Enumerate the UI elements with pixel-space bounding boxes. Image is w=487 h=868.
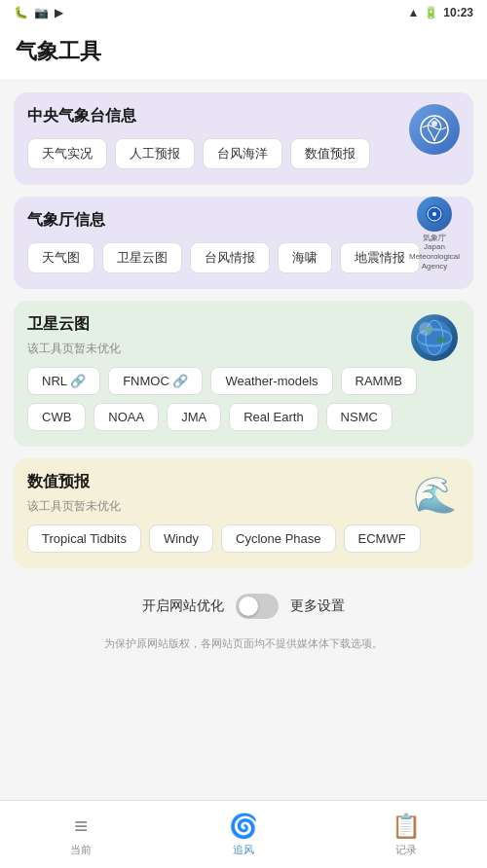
cma-tags: 天气实况 人工预报 台风海洋 数值预报 xyxy=(27,138,460,169)
tag-cyclone-phase[interactable]: Cyclone Phase xyxy=(221,524,335,553)
jma-badge-icon xyxy=(417,197,452,232)
tag-nrl[interactable]: NRL 🔗 xyxy=(27,367,100,395)
nav-record-icon: 📋 xyxy=(392,813,421,840)
jma-tags: 天气图 卫星云图 台风情报 海啸 地震情报 xyxy=(27,242,460,273)
globe-icon xyxy=(411,314,458,361)
cma-logo-container xyxy=(409,104,460,155)
more-settings-link[interactable]: 更多设置 xyxy=(290,597,345,615)
svg-point-9 xyxy=(436,337,446,343)
satellite-tags: NRL 🔗 FNMOC 🔗 Weather-models RAMMB CWB N… xyxy=(27,367,460,431)
tag-weixingyuntu[interactable]: 卫星云图 xyxy=(102,242,182,273)
numerical-tags: Tropical Tidbits Windy Cyclone Phase ECM… xyxy=(27,524,460,553)
nav-current[interactable]: ≡ 当前 xyxy=(0,807,163,863)
tag-tianqitu[interactable]: 天气图 xyxy=(27,242,94,273)
optimization-toggle[interactable] xyxy=(236,594,279,619)
nav-record-label: 记录 xyxy=(395,843,417,857)
time: 10:23 xyxy=(443,6,473,19)
notice-text: 为保护原网站版权，各网站页面均不提供媒体体下载选项。 xyxy=(14,636,473,657)
tag-noaa[interactable]: NOAA xyxy=(94,403,159,431)
app-header: 气象工具 xyxy=(0,25,487,81)
wave-icon: 🌊 xyxy=(409,470,460,521)
status-right-icons: ▲ 🔋 10:23 xyxy=(407,6,473,19)
section-numerical-title: 数值预报 xyxy=(27,472,460,492)
battery-icon: 🔋 xyxy=(424,6,438,19)
wave-icon-container: 🌊 xyxy=(409,470,460,521)
section-numerical: 数值预报 该工具页暂未优化 🌊 Tropical Tidbits Windy C… xyxy=(14,458,473,568)
tag-rammb[interactable]: RAMMB xyxy=(341,367,417,395)
globe-icon-container xyxy=(409,312,460,363)
nav-current-icon: ≡ xyxy=(74,813,88,840)
jma-text: 気象庁Japan MeteorologicalAgency xyxy=(409,234,460,271)
screen-icon: ▶ xyxy=(55,6,63,19)
bottom-nav: ≡ 当前 🌀 追风 📋 记录 xyxy=(0,800,487,868)
nav-typhoon[interactable]: 🌀 追风 xyxy=(163,807,325,863)
tag-taifengqingbao[interactable]: 台风情报 xyxy=(190,242,270,273)
tag-tropical-tidbits[interactable]: Tropical Tidbits xyxy=(27,524,141,553)
tag-nsmc[interactable]: NSMC xyxy=(326,403,393,431)
cma-logo-icon xyxy=(409,104,460,155)
section-satellite-subtitle: 该工具页暂未优化 xyxy=(27,341,460,357)
tag-tianqishikuang[interactable]: 天气实况 xyxy=(27,138,107,169)
wifi-icon: ▲ xyxy=(407,6,419,19)
tag-rengongyubao[interactable]: 人工预报 xyxy=(115,138,195,169)
nav-typhoon-label: 追风 xyxy=(233,843,254,857)
tag-real-earth[interactable]: Real Earth xyxy=(229,403,318,431)
status-bar: 🐛 📷 ▶ ▲ 🔋 10:23 xyxy=(0,0,487,25)
tag-windy[interactable]: Windy xyxy=(149,524,213,553)
tag-jma-sat[interactable]: JMA xyxy=(167,403,221,431)
camera-icon: 📷 xyxy=(34,6,49,19)
jma-badge: 気象庁Japan MeteorologicalAgency xyxy=(409,197,460,271)
tag-haixiao[interactable]: 海啸 xyxy=(278,242,332,273)
status-left-icons: 🐛 📷 ▶ xyxy=(14,6,63,19)
main-content: 中央气象台信息 天气实况 人工预报 台风海洋 数值预报 气象厅信息 xyxy=(0,81,487,735)
nav-current-label: 当前 xyxy=(70,843,92,857)
section-jma: 气象厅信息 気象庁Japan MeteorologicalAgency 天气图 … xyxy=(14,197,473,289)
svg-point-8 xyxy=(425,327,432,333)
tag-ecmwf[interactable]: ECMWF xyxy=(344,524,421,553)
section-jma-title: 气象厅信息 xyxy=(27,210,460,231)
svg-point-0 xyxy=(421,116,448,143)
toggle-row: 开启网站优化 更多设置 xyxy=(14,580,473,625)
nav-typhoon-icon: 🌀 xyxy=(229,813,258,840)
tag-shuziyubao[interactable]: 数值预报 xyxy=(290,138,370,169)
svg-point-5 xyxy=(417,320,452,355)
tag-weather-models[interactable]: Weather-models xyxy=(210,367,332,395)
section-numerical-subtitle: 该工具页暂未优化 xyxy=(27,498,460,515)
section-cma-title: 中央气象台信息 xyxy=(27,106,460,127)
tag-fnmoc[interactable]: FNMOC 🔗 xyxy=(108,367,203,395)
page-title: 气象工具 xyxy=(16,39,101,63)
tag-cwb[interactable]: CWB xyxy=(27,403,86,431)
section-satellite-title: 卫星云图 xyxy=(27,314,460,335)
tag-dizhenqingbao[interactable]: 地震情报 xyxy=(340,242,420,273)
section-satellite: 卫星云图 该工具页暂未优化 NRL 🔗 FNMOC 🔗 Weather-mode… xyxy=(14,301,473,447)
section-cma: 中央气象台信息 天气实况 人工预报 台风海洋 数值预报 xyxy=(14,92,473,185)
jma-logo-container: 気象庁Japan MeteorologicalAgency xyxy=(409,208,460,259)
svg-point-4 xyxy=(432,212,436,216)
tag-taifenghaiyang[interactable]: 台风海洋 xyxy=(203,138,282,169)
toggle-label: 开启网站优化 xyxy=(142,597,224,615)
nav-record[interactable]: 📋 记录 xyxy=(324,807,487,863)
bug-icon: 🐛 xyxy=(14,6,28,19)
